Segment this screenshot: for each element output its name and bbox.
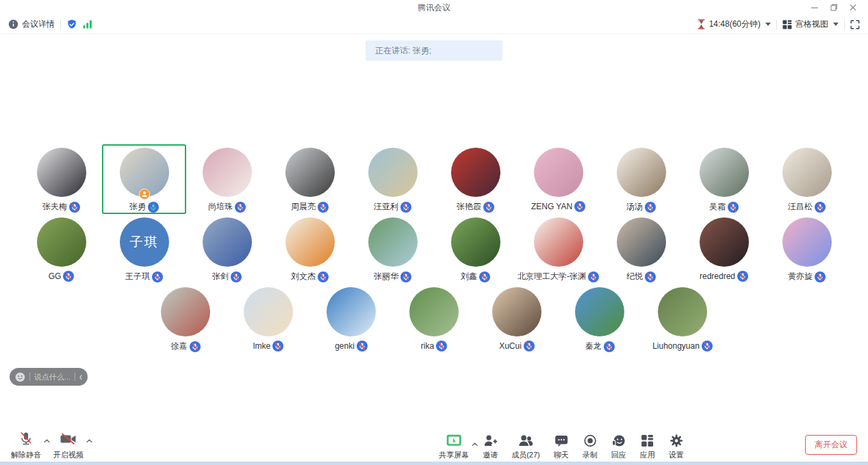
mic-on-icon [148,202,159,213]
participant-tile[interactable]: GG [20,215,103,283]
participant-tile[interactable]: genki [310,284,393,353]
invite-button[interactable]: 邀请 [483,434,498,460]
participant-tile[interactable]: 周晨亮 [268,145,351,213]
share-screen-button[interactable]: 共享屏幕 [439,434,469,460]
chevron-down-icon [833,23,839,26]
share-options-chevron[interactable] [472,437,478,449]
participant-tile[interactable]: 汪昌松 [765,145,848,213]
titlebar: 腾讯会议 [0,0,868,15]
fullscreen-button[interactable] [850,20,860,29]
video-options-chevron[interactable] [86,434,92,446]
mic-status-icon [479,271,490,282]
mic-status-icon [152,271,163,282]
mic-muted-icon [231,271,242,282]
chat-collapse-button[interactable]: ‹ [79,371,82,382]
participant-name: 秦龙 [585,341,602,352]
mic-status-icon [63,271,74,282]
apps-grid-icon [641,434,654,447]
settings-label: 设置 [669,450,684,460]
participant-tile[interactable]: 北京理工大学-张渊 [517,215,600,283]
mic-status-icon [604,341,615,352]
leave-meeting-button[interactable]: 离开会议 [805,435,857,455]
mic-muted-icon [815,202,826,213]
participant-name: 张艳霞 [457,201,481,213]
meeting-details-button[interactable]: 会议详情 [8,18,55,30]
mic-muted-icon [645,271,656,282]
minimize-button[interactable] [805,0,824,15]
participant-tile[interactable]: 子琪王子琪 [103,215,186,283]
participant-tile[interactable]: 张艳霞 [434,145,517,213]
security-shield-button[interactable] [66,19,77,30]
participant-name: 刘文杰 [291,271,316,282]
settings-button[interactable]: 设置 [669,434,684,460]
participant-tile[interactable]: 张勇 [103,145,186,213]
mic-options-chevron[interactable] [44,434,50,446]
participant-name: 张剑 [212,271,229,282]
mic-status-icon [357,341,368,351]
participant-avatar [700,217,749,267]
mic-muted-icon [63,271,74,282]
start-video-button[interactable]: 开启视频 [53,431,84,460]
participant-avatar [782,148,832,197]
participant-name: genki [335,341,355,351]
participant-tile[interactable]: 汪亚利 [351,145,434,213]
participant-name: lmke [253,341,270,351]
participant-nameline: 王子琪 [125,271,163,282]
host-badge-icon [139,189,150,200]
members-button[interactable]: 成员(27) [511,434,540,460]
mic-status-icon [728,202,739,213]
participant-tile[interactable]: redredred [682,215,765,283]
divider [29,373,30,381]
participant-name: Liuhongyuan [652,341,700,351]
participant-tile[interactable]: 秦龙 [559,284,641,353]
apps-button[interactable]: 应用 [640,434,655,460]
participant-tile[interactable]: 张剑 [186,215,268,283]
participant-name: GG [49,271,62,281]
mic-status-icon [645,202,656,213]
mic-muted-icon [702,341,713,351]
participant-tile[interactable]: 刘文杰 [268,215,351,283]
emoji-icon[interactable] [15,372,25,382]
chat-input-placeholder[interactable]: 说点什么... [34,372,71,382]
chat-button[interactable]: 聊天 [554,434,569,460]
participant-tile[interactable]: 徐嘉 [144,284,227,353]
maximize-icon [830,4,837,11]
mic-muted-icon [18,431,34,447]
participant-tile[interactable]: 纪悦 [600,215,682,283]
participant-tile[interactable]: 刘鑫 [434,215,517,283]
view-mode-dropdown[interactable]: 宫格视图 [782,18,839,30]
participant-name: 北京理工大学-张渊 [518,271,586,282]
record-button[interactable]: 录制 [583,434,598,460]
unmute-button[interactable]: 解除静音 [11,431,41,460]
mic-status-icon [400,271,411,282]
window-controls [805,0,863,15]
reactions-button[interactable]: 回应 [611,434,626,460]
mic-muted-icon [400,202,411,213]
participant-tile[interactable]: XuCui [476,284,559,353]
mic-muted-icon [357,341,368,351]
participant-avatar [700,148,749,197]
meeting-timer-dropdown[interactable]: 14:48(60分钟) [697,18,771,30]
participant-tile[interactable]: 汤汤 [600,145,682,213]
invite-person-icon [483,434,498,447]
participant-nameline: 张剑 [212,271,242,282]
participant-tile[interactable]: 尚培珠 [186,145,268,213]
chat-quick-bar[interactable]: 说点什么... ‹ [10,368,88,386]
participant-tile[interactable]: Liuhongyuan [641,284,724,353]
participant-tile[interactable]: rika [393,284,476,353]
maximize-button[interactable] [824,0,843,15]
participant-avatar [575,287,624,336]
network-signal-button[interactable] [83,20,92,29]
participant-tile[interactable]: 张丽华 [351,215,434,283]
mic-status-icon [400,202,411,213]
mic-muted-icon [588,271,599,282]
participant-avatar [368,217,418,267]
participant-tile[interactable]: lmke [227,284,310,353]
participant-tile[interactable]: ZENG YAN [517,145,600,213]
close-button[interactable] [843,0,863,15]
participant-nameline: redredred [700,271,748,282]
participant-tile[interactable]: 张夫梅 [20,145,103,213]
info-icon [8,19,18,29]
participant-tile[interactable]: 吴霜 [682,145,765,213]
participant-tile[interactable]: 黄亦旋 [765,215,848,283]
